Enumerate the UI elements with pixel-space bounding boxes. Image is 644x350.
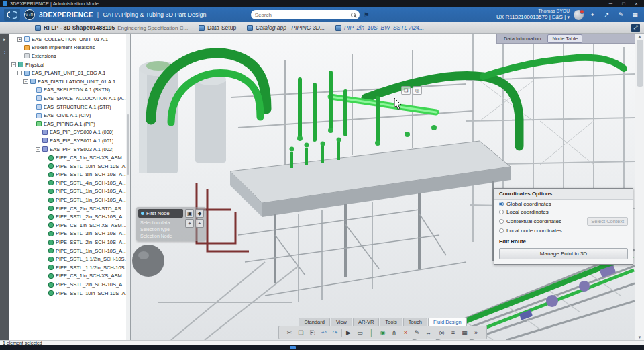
hud-tool-button[interactable]: +: [195, 219, 204, 228]
toolbar-tab[interactable]: Touch: [403, 318, 427, 326]
tree-item[interactable]: PIPE_CS_2in_SCH-STD_ASME B 36.10M_A5...: [9, 204, 130, 213]
select-context-button[interactable]: Select Context: [587, 217, 628, 226]
tree-expander[interactable]: +: [17, 37, 22, 42]
toolbar-button[interactable]: ❏: [296, 328, 306, 337]
coordinates-option[interactable]: Global coordinates: [494, 200, 633, 208]
tree-item[interactable]: EAS_SPACE_ALLOCATION A.1 (ACC): [9, 94, 130, 103]
search-input[interactable]: [255, 12, 348, 18]
tree-item[interactable]: − Physical: [9, 60, 130, 69]
search-icon[interactable]: [351, 13, 356, 17]
share-button[interactable]: ↗: [602, 10, 612, 20]
toolbar-button[interactable]: »: [471, 328, 481, 337]
coordinates-option[interactable]: Local node coordinates: [494, 226, 633, 234]
scroll-down-icon[interactable]: ▼: [638, 335, 642, 339]
toolbar-button[interactable]: ◉: [378, 328, 388, 337]
toolbar-button[interactable]: ×: [400, 328, 411, 337]
apps-grid-button[interactable]: ▦: [630, 10, 640, 20]
tree-item[interactable]: PIPE_SSTL_1in_SCH-10S_ASME B36.19M_A...: [9, 247, 130, 255]
toolbar-button[interactable]: ↶: [319, 328, 329, 337]
tree-item[interactable]: EAS_PIP_SYS000 A.1 (000): [9, 128, 130, 137]
tree-item[interactable]: EAS_SKELETON A.1 (SKTN): [9, 86, 130, 95]
tree-item[interactable]: EAS_PIP_SYS001 A.1 (001): [9, 136, 130, 145]
toolbar-tab[interactable]: View: [331, 318, 352, 326]
maximize-button[interactable]: □: [619, 1, 629, 7]
toolbar-button[interactable]: ✂: [284, 328, 294, 337]
rail-expand-icon[interactable]: ▸: [3, 37, 6, 42]
toolbar-button[interactable]: ↔: [423, 328, 433, 337]
toolbar-button[interactable]: ▶: [343, 328, 354, 337]
radio-icon[interactable]: [499, 210, 504, 214]
tree-expander[interactable]: −: [23, 79, 28, 84]
avatar[interactable]: [574, 10, 584, 20]
mini-tool-button[interactable]: ❏: [401, 86, 411, 95]
toolbar-button[interactable]: [435, 329, 435, 337]
tree-item[interactable]: PIPE_SSTL_1in_SCH-10S_ASME B36.19M_A...: [9, 195, 130, 204]
taskbar-app-icon[interactable]: [290, 346, 296, 349]
tree-item[interactable]: PIPE_SSTL_1in_SCH-10S_ASME B36.19M_A...: [9, 187, 130, 196]
hud-option[interactable]: Selection data: [138, 219, 183, 226]
scrollbar-thumb[interactable]: [637, 40, 643, 87]
toolbar-button[interactable]: ↷: [330, 328, 340, 337]
tree-expander[interactable]: −: [36, 147, 40, 152]
expand-view-button[interactable]: ⤢: [631, 24, 640, 32]
tree-expander[interactable]: −: [17, 71, 22, 75]
coordinates-option[interactable]: Contextual coordinates Select Context: [494, 216, 633, 226]
tree-item[interactable]: Broken Implement Relations: [9, 44, 130, 52]
tree-item[interactable]: Extensions: [9, 52, 130, 60]
tree-item[interactable]: EAS_CIVIL A.1 (CIV): [9, 111, 130, 120]
scroll-up-icon[interactable]: ▲: [638, 34, 642, 38]
user-block[interactable]: Thomas BYDU UX R1132100013579 | E&S | ▾: [496, 9, 570, 20]
mini-tool-button[interactable]: ◎: [413, 86, 422, 95]
viewport-3d[interactable]: Data InformationNode Table First Node Se…: [131, 34, 635, 340]
rail-menu-icon[interactable]: ⋮: [3, 49, 7, 54]
tree-item[interactable]: EAS_STRUCTURE A.1 (STR): [9, 103, 130, 112]
tree-item[interactable]: PIPE_SSTL_2in_SCH-10S_ASME B36.19M_A2...: [9, 280, 130, 289]
chevron-down-icon[interactable]: ▾: [567, 15, 570, 19]
tree-item[interactable]: PIPE_SSTL_1 1/2in_SCH-10S_ASME B36.19M..…: [9, 255, 130, 263]
tree-item[interactable]: − EAS_PLANT_UNIT_01_EBG A.1: [9, 69, 130, 77]
hud-option[interactable]: Selection Node: [138, 232, 183, 239]
tree-item[interactable]: − EAS_PIP_SYS003 A.1 (002): [9, 145, 130, 154]
right-panel-tab[interactable]: Data Information: [499, 34, 545, 43]
hud-tool-button[interactable]: ▣: [185, 209, 194, 218]
tree-item[interactable]: PIPE_SSTL_10in_SCH-10S_ASME B36.19M...: [9, 289, 130, 298]
toolbar-button[interactable]: [341, 329, 342, 337]
document-tab[interactable]: Data-Setup: [199, 24, 236, 31]
toolbar-button[interactable]: ▦: [460, 328, 470, 337]
tree-item[interactable]: PIPE_SSTL_2in_SCH-10S_ASME B36.19M_A...: [9, 212, 130, 221]
dassault-logo-icon[interactable]: [4, 9, 20, 21]
tree-scrollbar[interactable]: [126, 34, 130, 340]
compass-icon[interactable]: V+R: [24, 9, 35, 20]
toolbar-button[interactable]: ⎘: [307, 328, 317, 337]
coordinates-option[interactable]: Local coordinates: [494, 208, 633, 216]
right-panel-tab[interactable]: Node Table: [547, 34, 582, 43]
toolbar-tab[interactable]: AR-VR: [353, 318, 379, 326]
toolbar-tab[interactable]: Tools: [380, 318, 402, 326]
radio-icon[interactable]: [499, 202, 504, 206]
window-scrollbar[interactable]: ▲ ▼: [635, 34, 644, 340]
tree-item[interactable]: − EAS_DISTILLATION_UNIT_01 A.1: [9, 77, 130, 86]
tree-item[interactable]: PIPE_SSTL_1 1/2in_SCH-10S_ASME B36.19M..…: [9, 263, 130, 272]
tree-item[interactable]: PIPE_SSTL_2in_SCH-10S_ASME B36.19M_A...: [9, 238, 130, 247]
radio-icon[interactable]: [499, 228, 504, 233]
tree-item[interactable]: PIPE_CS_1in_SCH-XS_ASME B 36.10M_A53...: [9, 221, 130, 230]
tree-item[interactable]: PIPE_CS_1in_SCH-XS_ASME B 36.10M_A53...: [9, 272, 130, 281]
tree-item[interactable]: + EAS_COLLECTION_UNIT_01 A.1: [9, 35, 130, 44]
radio-icon[interactable]: [499, 219, 504, 224]
toolbar-button[interactable]: ≡: [448, 328, 458, 337]
manage-point-button[interactable]: Manage Point in 3D: [499, 248, 628, 259]
close-button[interactable]: ×: [631, 1, 641, 7]
edit-button[interactable]: ✎: [616, 10, 626, 20]
hud-tool-button[interactable]: ◆: [195, 209, 204, 218]
add-button[interactable]: +: [588, 10, 598, 20]
toolbar-tab[interactable]: Standard: [299, 318, 329, 326]
tree-item[interactable]: PIPE_SSTL_10in_SCH-10S_ASME B36.19M_A...: [9, 162, 130, 171]
toolbar-tab[interactable]: Fluid Design: [428, 318, 467, 326]
tree-item[interactable]: − EAS_PIPING A.1 (PIP): [9, 120, 130, 128]
hud-option[interactable]: Selection type: [138, 226, 183, 232]
toolbar-button[interactable]: ┼: [366, 328, 376, 337]
document-tab[interactable]: PIP_2in_10S_BW_SSTL-A24...: [335, 24, 424, 31]
hud-tool-button[interactable]: ⌖: [185, 219, 194, 228]
tree-expander[interactable]: −: [11, 62, 16, 67]
minimize-button[interactable]: ─: [606, 1, 616, 7]
